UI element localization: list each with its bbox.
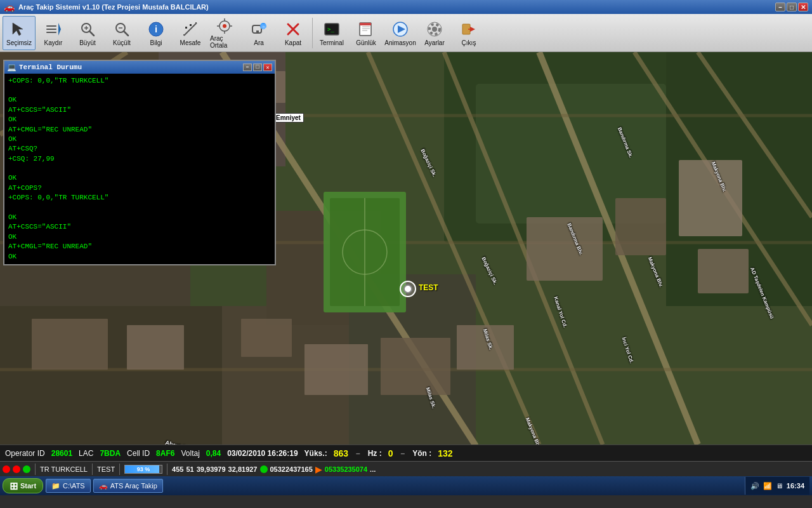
terminal-controls: – □ ✕	[243, 64, 272, 71]
signal-progress: 93 %	[124, 465, 162, 474]
close-button[interactable]: ✕	[798, 3, 808, 11]
svg-text:i: i	[155, 23, 157, 34]
animasyon-label: Animasyon	[384, 39, 416, 46]
terminal-window[interactable]: 💻 Terminal Durumu – □ ✕ +CSQ: 27,99 OKAT…	[3, 60, 276, 265]
toolbar-secimsiz[interactable]: Seçimsiz	[3, 16, 36, 50]
bilgi-label: Bilgi	[150, 39, 162, 46]
terminal-line: AT+CMGL="REC UNREAD"	[8, 125, 271, 135]
device-name: TEST	[97, 465, 115, 473]
gunluk-label: Günlük	[356, 39, 376, 46]
terminal-line: OK	[8, 135, 271, 144]
minimize-button[interactable]: –	[775, 3, 785, 11]
toolbar-mesafe[interactable]: Mesafe	[174, 16, 207, 50]
marker-circle	[400, 281, 416, 297]
mesafe-label: Mesafe	[180, 39, 201, 46]
arac-ortala-icon	[214, 17, 235, 35]
kaydir-icon	[43, 19, 63, 39]
phone2: 05335235074	[325, 465, 367, 473]
emniyet-box-label: Emniyet	[273, 113, 304, 123]
terminal-line	[8, 86, 271, 95]
buyut-icon	[77, 19, 98, 39]
ayarlar-icon	[424, 19, 445, 39]
svg-rect-84	[615, 198, 666, 255]
title-bar: 🚗 Araç Takip Sistemi v1.10 (Tez Projesi …	[0, 0, 812, 14]
taskbar-left: ⊞ Start 📁 C:\ATS 🚗 ATS Araç Takip	[3, 478, 163, 493]
toolbar-kapat[interactable]: Kapat	[277, 16, 310, 50]
systray-sound: 🔊	[750, 482, 759, 490]
signal-text: 93 %	[125, 465, 162, 473]
val1: 455	[172, 465, 183, 473]
lon-value: 32,81927	[228, 465, 258, 473]
status-bar2: TR TURKCELL TEST 93 % 455 51 39,93979 32…	[0, 461, 812, 476]
systray-display: 🖥	[776, 482, 783, 490]
terminal-line	[8, 164, 271, 173]
toolbar-gunluk[interactable]: Günlük	[350, 16, 383, 50]
operator-id-label: Operator ID	[5, 449, 45, 458]
toolbar-kaydir[interactable]: Kaydır	[37, 16, 70, 50]
title-controls: – □ ✕	[775, 3, 808, 11]
terminal-minimize[interactable]: –	[243, 64, 252, 71]
terminal-line: OK	[8, 173, 271, 183]
cikis-icon	[459, 19, 479, 39]
secimsiz-icon	[9, 19, 29, 39]
gunluk-icon	[356, 19, 376, 39]
vehicle-marker: TEST	[400, 281, 416, 297]
sep3	[119, 464, 120, 475]
terminal-line: +COPS: 0,0,"TR TURKCELL"	[8, 193, 271, 203]
start-label: Start	[20, 482, 36, 490]
voltaj-label: Voltaj	[181, 449, 199, 458]
toolbar-terminal[interactable]: >_ Terminal	[315, 16, 348, 50]
toolbar-ara[interactable]: ☏ Ara	[242, 16, 275, 50]
taskbar-cats[interactable]: 📁 C:\ATS	[46, 479, 91, 493]
svg-rect-76	[304, 344, 368, 395]
yon-value: 132	[438, 448, 452, 458]
dots: ...	[370, 465, 376, 473]
terminal-line: OK	[8, 252, 271, 262]
terminal-line: +COPS: 0,0,"TR TURKCELL"	[8, 76, 271, 86]
yuks-label: Yüks.:	[304, 449, 327, 458]
svg-marker-4	[58, 23, 61, 36]
val2: 51	[186, 465, 193, 473]
svg-point-20	[223, 24, 226, 28]
dot-red-2	[13, 465, 20, 473]
svg-line-10	[124, 31, 128, 36]
taskbar-time: 16:34	[787, 482, 804, 490]
terminal-content[interactable]: +CSQ: 27,99 OKAT+COPS?+COPS: 0,0,"TR TUR…	[4, 74, 275, 264]
maximize-button[interactable]: □	[787, 3, 797, 11]
systray-network: 📶	[763, 482, 772, 490]
marker-inner	[403, 284, 412, 293]
ara-label: Ara	[254, 39, 264, 46]
operator-name: TR TURKCELL	[40, 465, 88, 473]
toolbar-buyut[interactable]: Büyüt	[71, 16, 104, 50]
toolbar-arac-ortala[interactable]: Araç Ortala	[208, 16, 241, 50]
svg-text:☏: ☏	[260, 23, 267, 30]
toolbar-bilgi[interactable]: i Bilgi	[140, 16, 173, 50]
toolbar-animasyon[interactable]: Animasyon	[384, 16, 417, 50]
svg-rect-86	[698, 249, 749, 293]
arrow-icon: ▶	[315, 464, 322, 474]
yon-label: Yön :	[412, 449, 431, 458]
kapat-icon	[283, 19, 303, 39]
kucult-label: Küçült	[113, 39, 131, 46]
vehicle-marker-label: TEST	[419, 283, 438, 292]
taskbar-ats[interactable]: 🚗 ATS Araç Takip	[93, 479, 163, 493]
terminal-line: OK	[8, 95, 271, 105]
toolbar-sep1	[312, 18, 313, 48]
toolbar-ayarlar[interactable]: Ayarlar	[418, 16, 451, 50]
terminal-close[interactable]: ✕	[263, 64, 272, 71]
toolbar: Seçimsiz Kaydır Büyüt Küçült i Bilgi Mes…	[0, 14, 812, 52]
map-area[interactable]: Emniyet EMNIYET Abant Sk. Bandırma Sk. B…	[0, 52, 812, 444]
toolbar-kucult[interactable]: Küçült	[105, 16, 138, 50]
svg-rect-75	[241, 319, 292, 357]
toolbar-cikis[interactable]: Çıkış	[452, 16, 485, 50]
terminal-line: OK	[8, 213, 271, 222]
yuks-value: 863	[334, 448, 348, 458]
svg-rect-1	[46, 25, 56, 27]
svg-rect-74	[127, 325, 184, 370]
start-button[interactable]: ⊞ Start	[3, 478, 43, 493]
window-title: Araç Takip Sistemi v1.10 (Tez Projesi Mu…	[18, 3, 209, 11]
terminal-line: AT+CSCS="ASCII"	[8, 105, 271, 115]
svg-line-6	[89, 31, 94, 36]
sep4	[167, 464, 167, 475]
terminal-maximize[interactable]: □	[253, 64, 262, 71]
